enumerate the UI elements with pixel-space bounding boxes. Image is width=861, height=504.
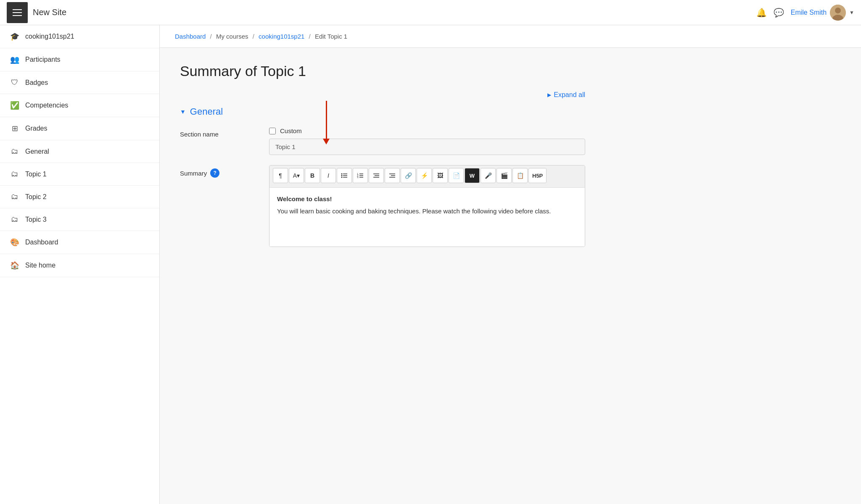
sidebar-item-label: Site home	[25, 262, 55, 269]
sidebar: 🎓 cooking101sp21 👥 Participants 🛡 Badges…	[0, 25, 160, 504]
summary-help-icon[interactable]: ?	[210, 168, 219, 178]
sidebar-item-label: General	[25, 148, 49, 155]
svg-text:3.: 3.	[357, 176, 359, 178]
folder-icon: 🗂	[10, 147, 19, 156]
section-name-input[interactable]	[269, 139, 585, 155]
h5p-button[interactable]: H5P	[528, 168, 547, 183]
badge-icon: 🛡	[10, 78, 19, 87]
user-name: Emile Smith	[791, 9, 827, 16]
folder-icon: 🗂	[10, 192, 19, 201]
summary-label: Summary ?	[180, 165, 256, 178]
format-paragraph-button[interactable]: ¶	[273, 168, 288, 183]
sidebar-item-badges[interactable]: 🛡 Badges	[0, 71, 159, 94]
custom-checkbox-row: Custom	[269, 127, 585, 134]
custom-label[interactable]: Custom	[280, 127, 302, 134]
summary-editor: ¶ A▾ B I 1.2.3.	[269, 165, 585, 247]
toolbar-row2: 🖼 📄 W 🎤 🎬 📋 H5P	[433, 168, 547, 183]
sidebar-item-label: cooking101sp21	[25, 33, 74, 40]
sidebar-item-label: Topic 2	[25, 193, 47, 201]
audio-button[interactable]: 🎤	[481, 168, 496, 183]
indent-button[interactable]	[385, 168, 400, 183]
link-button[interactable]: 🔗	[401, 168, 416, 183]
editor-body[interactable]: Welcome to class! You will learn basic c…	[269, 188, 585, 247]
user-dropdown-arrow[interactable]: ▼	[849, 10, 854, 16]
sidebar-item-dashboard[interactable]: 🎨 Dashboard	[0, 231, 159, 254]
breadcrumb: Dashboard / My courses / cooking101sp21 …	[160, 25, 861, 48]
main-content: Dashboard / My courses / cooking101sp21 …	[160, 25, 861, 504]
grid-icon: ⊞	[10, 124, 19, 133]
sidebar-item-label: Topic 1	[25, 171, 47, 178]
participants-icon: 👥	[10, 55, 19, 64]
word-button[interactable]: W	[465, 168, 480, 183]
sidebar-item-participants[interactable]: 👥 Participants	[0, 48, 159, 71]
breadcrumb-dashboard[interactable]: Dashboard	[175, 33, 206, 40]
section-input-wrapper	[269, 139, 585, 155]
italic-button[interactable]: I	[321, 168, 336, 183]
bold-button[interactable]: B	[305, 168, 320, 183]
breadcrumb-cooking101sp21[interactable]: cooking101sp21	[259, 33, 304, 40]
page-title: Summary of Topic 1	[180, 63, 585, 79]
outdent-button[interactable]	[369, 168, 384, 183]
sidebar-item-topic1[interactable]: 🗂 Topic 1	[0, 163, 159, 186]
hamburger-button[interactable]	[7, 2, 28, 23]
content-area: Summary of Topic 1 ▶ Expand all ▼ Genera…	[160, 48, 605, 272]
breadcrumb-mycourses: My courses	[216, 33, 248, 40]
svg-point-7	[341, 177, 343, 178]
ordered-list-button[interactable]: 1.2.3.	[353, 168, 368, 183]
sidebar-item-competencies[interactable]: ✅ Competencies	[0, 94, 159, 117]
toolbar-row1: ¶ A▾ B I 1.2.3.	[273, 168, 432, 183]
section-name-control: Custom	[269, 127, 585, 155]
image-button[interactable]: 🖼	[433, 168, 448, 183]
home-icon: 🏠	[10, 261, 19, 270]
sidebar-item-cooking101sp21[interactable]: 🎓 cooking101sp21	[0, 25, 159, 48]
editor-toolbar: ¶ A▾ B I 1.2.3.	[269, 165, 585, 188]
bullet-list-button[interactable]	[337, 168, 352, 183]
layout: 🎓 cooking101sp21 👥 Participants 🛡 Badges…	[0, 25, 861, 504]
topbar-left: New Site	[7, 2, 66, 23]
expand-all-row: ▶ Expand all	[180, 91, 585, 99]
custom-checkbox[interactable]	[269, 128, 276, 134]
sidebar-item-label: Participants	[25, 56, 61, 63]
section-name-row: Section name Custom	[180, 127, 585, 155]
section-name-label: Section name	[180, 127, 256, 138]
svg-point-5	[341, 175, 343, 176]
expand-all-button[interactable]: ▶ Expand all	[547, 91, 585, 99]
video-button[interactable]: 🎬	[497, 168, 512, 183]
graduation-icon: 🎓	[10, 32, 19, 41]
svg-point-3	[341, 173, 343, 175]
sidebar-item-general[interactable]: 🗂 General	[0, 140, 159, 163]
topbar: New Site 🔔 💬 Emile Smith ▼	[0, 0, 861, 25]
check-icon: ✅	[10, 101, 19, 110]
sidebar-item-topic3[interactable]: 🗂 Topic 3	[0, 208, 159, 231]
notification-icon[interactable]: 🔔	[756, 8, 767, 18]
sidebar-item-label: Grades	[25, 125, 47, 132]
section-collapse-icon[interactable]: ▼	[180, 108, 186, 115]
media-button[interactable]: 📄	[449, 168, 464, 183]
summary-row: Summary ? ¶ A▾ B I	[180, 165, 585, 247]
editor-container: ¶ A▾ B I 1.2.3.	[269, 165, 585, 247]
sidebar-item-label: Dashboard	[25, 239, 58, 246]
editor-bold-content: Welcome to class!	[277, 194, 577, 204]
sidebar-item-label: Topic 3	[25, 216, 47, 223]
sidebar-item-sitehome[interactable]: 🏠 Site home	[0, 254, 159, 277]
sidebar-item-label: Competencies	[25, 102, 68, 109]
folder-icon: 🗂	[10, 170, 19, 178]
folder-icon: 🗂	[10, 215, 19, 224]
svg-point-1	[835, 8, 841, 13]
site-title: New Site	[33, 8, 66, 17]
sidebar-item-label: Badges	[25, 79, 48, 87]
sidebar-item-topic2[interactable]: 🗂 Topic 2	[0, 186, 159, 208]
font-size-button[interactable]: A▾	[289, 168, 304, 183]
message-icon[interactable]: 💬	[774, 8, 784, 18]
special-chars-button[interactable]: ⚡	[417, 168, 432, 183]
topbar-right: 🔔 💬 Emile Smith ▼	[756, 5, 854, 21]
copy-button[interactable]: 📋	[512, 168, 528, 183]
general-section-header: ▼ General	[180, 106, 585, 117]
expand-all-label: Expand all	[554, 91, 585, 99]
user-avatar	[830, 5, 846, 21]
user-menu[interactable]: Emile Smith ▼	[791, 5, 854, 21]
sidebar-item-grades[interactable]: ⊞ Grades	[0, 117, 159, 140]
editor-normal-content: You will learn basic cooking and baking …	[277, 207, 577, 216]
dashboard-icon: 🎨	[10, 238, 19, 247]
breadcrumb-edittopic1: Edit Topic 1	[315, 33, 347, 40]
